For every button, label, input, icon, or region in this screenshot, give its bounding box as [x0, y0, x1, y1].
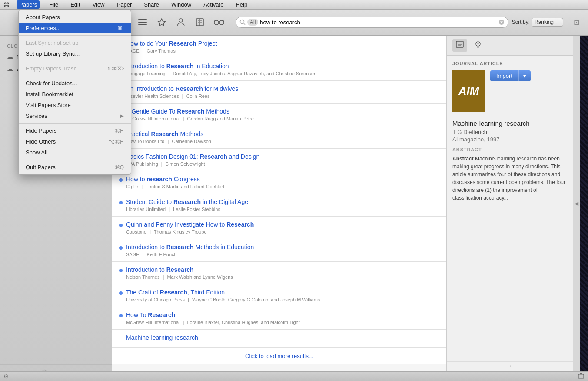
menu-visit-store[interactable]: Visit Papers Store — [19, 100, 131, 110]
menu-services[interactable]: Services — [19, 110, 131, 121]
menubar-file[interactable]: File — [47, 0, 61, 9]
svg-line-21 — [244, 23, 246, 25]
paper-title[interactable]: Quinn and Penny Investigate How to Resea… — [126, 221, 439, 228]
import-btn-group: Import ▼ — [490, 70, 531, 81]
list-item[interactable]: Quinn and Penny Investigate How to Resea… — [112, 217, 446, 239]
menu-last-sync: Last Sync: not set up — [19, 37, 131, 48]
menu-setup-sync[interactable]: Set up Library Sync... — [19, 48, 131, 59]
menu-check-updates[interactable]: Check for Updates... — [19, 78, 131, 89]
load-more-button[interactable]: Click to load more results... — [112, 347, 446, 364]
search-input[interactable] — [260, 19, 496, 26]
paper-title[interactable]: How to research Congress — [126, 176, 439, 183]
import-section: Import ▼ — [490, 70, 531, 86]
menu-show-all[interactable]: Show All — [19, 147, 131, 158]
paper-title[interactable]: Student Guide to Research in the Digital… — [126, 198, 439, 205]
detail-content: JOURNAL ARTICLE AIM Import ▼ Machine-l — [447, 56, 573, 361]
unread-dot — [119, 201, 123, 204]
list-item[interactable]: Practical Research Methods How To Books … — [112, 126, 446, 149]
paper-title[interactable]: How to do Your Research Project — [126, 40, 439, 47]
sort-select[interactable]: Ranking Date Author Title — [532, 18, 563, 27]
paper-title[interactable]: Basics Fashion Design 01: Research and D… — [126, 153, 439, 160]
paper-meta: McGraw-Hill International | Gordon Rugg … — [126, 116, 439, 121]
paper-meta: University of Chicago Press | Wayne C Bo… — [126, 297, 439, 302]
search-field-icon — [239, 19, 246, 25]
list-item[interactable]: The Craft of Research, Third Edition Uni… — [112, 284, 446, 307]
paper-title[interactable]: Machine-learning research — [126, 334, 439, 341]
paper-title[interactable]: An Introduction to Research for Midwives — [126, 85, 439, 92]
menubar-window[interactable]: Window — [169, 0, 194, 9]
menubar-help[interactable]: Help — [233, 0, 250, 9]
book-icon[interactable] — [194, 16, 206, 28]
menu-sep-4 — [19, 123, 131, 124]
menu-empty-trash: Empty Papers Trash ⇧⌘⌦ — [19, 63, 131, 74]
menubar: ⌘ Papers File Edit View Paper Share Wind… — [0, 0, 588, 10]
svg-point-15 — [214, 20, 219, 25]
menubar-share[interactable]: Share — [141, 0, 162, 9]
search-area: All Sort by: Ranking Date A — [232, 17, 567, 28]
apple-menu[interactable]: ⌘ — [3, 1, 10, 8]
svg-point-20 — [240, 20, 244, 24]
list-item[interactable]: How To Research McGraw-Hill Internationa… — [112, 307, 446, 330]
paper-title[interactable]: A Gentle Guide To Research Methods — [126, 108, 439, 115]
papers-list[interactable]: How to do Your Research Project SAGE | G… — [112, 36, 447, 371]
paper-title[interactable]: Introduction to Research in Education — [126, 63, 439, 70]
svg-rect-4 — [138, 19, 147, 20]
list-item[interactable]: Introduction to Research in Education Ce… — [112, 58, 446, 81]
menu-hide-others[interactable]: Hide Others ⌥⌘H — [19, 136, 131, 147]
menu-quit-papers[interactable]: Quit Papers ⌘Q — [19, 162, 131, 173]
menu-about-papers[interactable]: About Papers — [19, 12, 131, 23]
svg-point-16 — [219, 20, 224, 25]
person-icon[interactable] — [175, 16, 187, 28]
menubar-paper[interactable]: Paper — [114, 0, 135, 9]
paper-title[interactable]: The Craft of Research, Third Edition — [126, 289, 439, 296]
star-icon[interactable] — [156, 16, 168, 28]
menubar-view[interactable]: View — [90, 0, 107, 9]
cover-text: AIM — [458, 84, 479, 98]
paper-title[interactable]: How To Research — [126, 311, 439, 318]
import-dropdown-button[interactable]: ▼ — [518, 70, 531, 81]
menubar-edit[interactable]: Edit — [68, 0, 83, 9]
list-item[interactable]: Introduction to Research Methods in Educ… — [112, 239, 446, 262]
list-item[interactable]: Student Guide to Research in the Digital… — [112, 194, 446, 217]
share-icon[interactable] — [578, 372, 585, 381]
menu-sep-1 — [19, 35, 131, 36]
menu-hide-papers[interactable]: Hide Papers ⌘H — [19, 125, 131, 136]
menu-preferences[interactable]: Preferences... ⌘, — [19, 23, 131, 33]
list-item[interactable]: Introduction to Research Nelson Thornes … — [112, 262, 446, 284]
resize-hint: ⁝ — [447, 361, 573, 371]
paper-title[interactable]: Practical Research Methods — [126, 130, 439, 137]
list-item[interactable]: Basics Fashion Design 01: Research and D… — [112, 149, 446, 171]
toolbar: All Sort by: Ranking Date A — [112, 10, 588, 36]
papers-dropdown-menu: About Papers Preferences... ⌘, Last Sync… — [18, 10, 131, 175]
list-item[interactable]: A Gentle Guide To Research Methods McGra… — [112, 104, 446, 126]
list-item[interactable]: How to do Your Research Project SAGE | G… — [112, 36, 446, 58]
paper-title[interactable]: Introduction to Research — [126, 266, 439, 273]
list-item[interactable]: Machine-learning research — [112, 330, 446, 347]
right-edge-panel: ◀ — [573, 36, 580, 371]
detail-tab-notes[interactable] — [471, 39, 485, 52]
svg-marker-7 — [158, 19, 165, 26]
list-icon[interactable] — [136, 16, 149, 28]
search-field[interactable]: All — [236, 17, 508, 28]
detail-tab-info[interactable] — [452, 39, 467, 52]
search-clear-icon[interactable] — [498, 19, 505, 25]
menu-install-bookmarklet[interactable]: Install Bookmarklet — [19, 89, 131, 100]
unread-dot — [119, 291, 123, 295]
expand-icon[interactable]: ⊡ — [574, 18, 579, 27]
menubar-activate[interactable]: Activate — [201, 0, 226, 9]
list-item[interactable]: How to research Congress Cq Pr | Fenton … — [112, 171, 446, 194]
glasses-icon[interactable] — [213, 16, 225, 28]
paper-meta: Cengage Learning | Donald Ary, Lucy Jaco… — [126, 71, 439, 76]
paper-meta: McGraw-Hill International | Loraine Blax… — [126, 320, 439, 325]
paper-meta: Cq Pr | Fenton S Martin and Robert Goehl… — [126, 184, 439, 189]
right-expand-icon[interactable]: ◀ — [575, 201, 578, 207]
abstract-text: Abstract Machine-learning research has b… — [452, 155, 568, 202]
paper-title[interactable]: Introduction to Research Methods in Educ… — [126, 244, 439, 251]
search-all-tag[interactable]: All — [247, 19, 258, 26]
settings-icon[interactable]: ⚙ — [3, 373, 9, 380]
list-item[interactable]: An Introduction to Research for Midwives… — [112, 81, 446, 104]
paper-meta: SAGE | Gary Thomas — [126, 48, 439, 53]
menubar-papers[interactable]: Papers — [17, 0, 40, 9]
import-button[interactable]: Import — [490, 70, 518, 81]
status-bar-right — [578, 372, 585, 381]
